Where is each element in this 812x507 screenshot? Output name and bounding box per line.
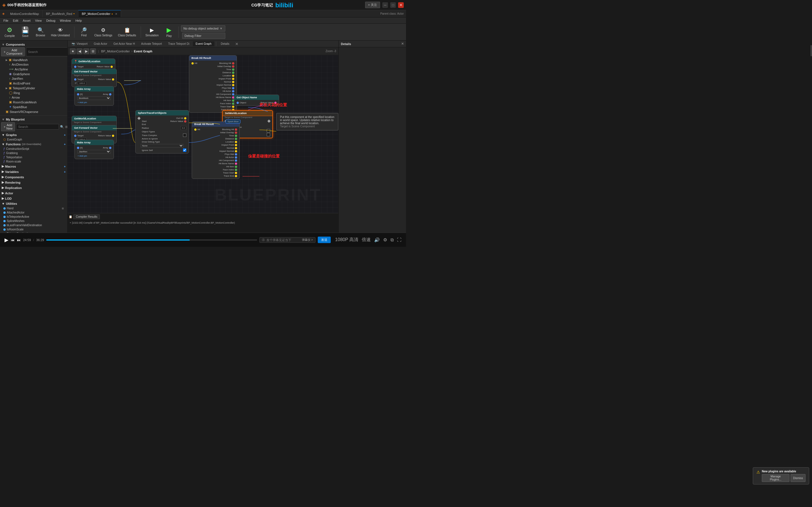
fullscreen-icon[interactable]: ⛶ <box>397 237 402 242</box>
node-breakresult-bottom[interactable]: Break Hit Result Hit Blocking Hit Initia… <box>192 121 240 179</box>
bp-item-eventgraph[interactable]: ⬡ EventGraph <box>1 137 66 142</box>
forward-button[interactable]: ▶ <box>84 48 89 54</box>
tab-motioncontrollermap[interactable]: MotionControllerMap <box>7 10 43 17</box>
pin-physmat[interactable] <box>232 87 234 89</box>
maximize-button[interactable]: □ <box>390 2 396 8</box>
compile-button[interactable]: ⚙ Compile <box>2 25 17 40</box>
send-button[interactable]: 发送 <box>318 237 331 243</box>
blueprint-canvas[interactable]: BLUEPRINT <box>68 55 338 213</box>
tab-motioncontroller[interactable]: BP_MotionController ● ✕ <box>79 10 121 17</box>
pin-outhit[interactable] <box>184 117 186 119</box>
tab-boxmesh[interactable]: BP_BoxMesh_Red ● <box>43 10 79 17</box>
tab-grab-actor[interactable]: Grab Actor <box>91 41 110 46</box>
category-graphs[interactable]: ▼ Graphs + <box>1 132 66 137</box>
tab-trace-teleport[interactable]: Trace Teleport Di <box>165 41 192 46</box>
tabs-close-icon[interactable]: ✕ <box>235 42 239 46</box>
breadcrumb-root[interactable]: BP_MotionController <box>101 50 130 53</box>
add-macro-icon[interactable]: + <box>64 165 66 168</box>
category-variables[interactable]: ▶ Variables + <box>1 169 66 174</box>
pin-impactnormal[interactable] <box>235 150 237 152</box>
category-functions[interactable]: ▼ Functions (19 Overridable) + <box>1 142 66 147</box>
pin-exec-out[interactable] <box>267 119 270 122</box>
menu-view[interactable]: View <box>33 18 44 23</box>
pin-hitactor[interactable] <box>232 90 234 93</box>
add-new-button[interactable]: + Add New <box>1 122 15 131</box>
close-button[interactable]: ✕ <box>398 2 404 8</box>
debug-type-select[interactable]: None <box>141 144 184 148</box>
add-function-icon[interactable]: + <box>64 143 66 146</box>
node-makearray-top[interactable]: Make Array [0] Array BoxMesh + Add pin <box>74 86 114 106</box>
pin-time[interactable] <box>235 135 237 137</box>
mybp-search-input[interactable] <box>16 124 59 129</box>
pin-hitcomp[interactable] <box>235 159 237 162</box>
simulation-button[interactable]: ▶ Simulation <box>143 25 161 40</box>
find-button[interactable]: 🔎 Find <box>77 25 91 40</box>
ignore-self-check[interactable] <box>183 149 186 152</box>
debug-filter-button[interactable]: Debug Filter <box>182 33 225 39</box>
pin-return[interactable] <box>110 66 113 68</box>
pin-hit[interactable] <box>194 128 197 131</box>
tree-item-ring[interactable]: ◯ Ring <box>1 91 66 95</box>
node-getforwardvector-top[interactable]: Get Forward Vector Target is Scene Compo… <box>71 69 117 87</box>
pin-tracestart[interactable] <box>232 106 234 108</box>
tree-item-handmesh[interactable]: ▶ ▣ HandMesh <box>1 57 66 62</box>
bp-item-attachedactor[interactable]: AttachedActor <box>1 210 66 215</box>
node-spheretrace[interactable]: SphereTraceForObjects Out Hit Start Retu… <box>135 110 189 154</box>
bp-item-hand[interactable]: Hand ⊞ <box>1 206 66 210</box>
tab-details[interactable]: Details <box>218 41 232 46</box>
play-button[interactable]: ▶ Play <box>162 25 176 40</box>
bookmark-button[interactable]: ★ <box>70 48 75 54</box>
bp-item-teleportdestination[interactable]: TeleportDestination <box>1 231 66 233</box>
compiler-results-tab[interactable]: Compiler Results <box>73 214 100 219</box>
menu-help[interactable]: Help <box>73 18 84 23</box>
skip-back-button[interactable]: ⏮ <box>11 238 15 242</box>
settings-icon[interactable]: ⚙ <box>383 237 387 242</box>
teleport-check[interactable] <box>267 133 270 136</box>
pin-return[interactable] <box>112 78 114 80</box>
menu-asset[interactable]: Asset <box>20 18 33 23</box>
pin-hitactor[interactable] <box>235 156 237 159</box>
hide-unrelated-button[interactable]: 👁 Hide Unrelated <box>49 25 72 40</box>
pin-array[interactable] <box>109 147 111 149</box>
resolution-label[interactable]: 1080P 高清 <box>335 237 358 243</box>
sweep-check[interactable] <box>267 129 270 132</box>
bp-item-teleportation[interactable]: ƒ Teleportation <box>1 155 66 159</box>
pin-dist[interactable] <box>235 138 237 140</box>
category-rendering[interactable]: ▶ Rendering <box>1 180 66 185</box>
add-pin-btn2[interactable]: + Add pin <box>76 154 112 158</box>
pin-target[interactable] <box>74 66 77 68</box>
bp-item-constructionscript[interactable]: ƒ ConstructionScript <box>1 147 66 151</box>
pin-return[interactable] <box>184 120 186 122</box>
pin-hitcomp[interactable] <box>232 93 234 96</box>
class-settings-button[interactable]: ⚙ Class Settings <box>92 25 114 40</box>
add-pin-btn[interactable]: + Add pin <box>76 101 112 104</box>
pin-item[interactable] <box>77 93 79 96</box>
class-defaults-button[interactable]: 📋 Class Defaults <box>116 25 138 40</box>
browse-button[interactable]: 🔍 Browse <box>34 25 48 40</box>
pin-target[interactable] <box>74 78 77 80</box>
tab-get-actor-near[interactable]: Get Actor Near H <box>110 41 138 46</box>
pin-impact[interactable] <box>235 144 237 146</box>
spark-blue-node[interactable]: Spark Blue <box>225 119 241 124</box>
pip-icon[interactable]: ⧉ <box>391 237 394 242</box>
pin-hitbone[interactable] <box>235 163 237 165</box>
bp-item-splinemeshes[interactable]: SplineMeshes <box>1 219 66 223</box>
menu-debug[interactable]: Debug <box>44 18 57 23</box>
category-actor[interactable]: ▶ Actor <box>1 190 66 196</box>
pin-faceindex[interactable] <box>235 169 237 171</box>
tab-activate-teleport[interactable]: Activate Teleport <box>138 41 165 46</box>
follow-button[interactable]: + 关注 <box>365 2 380 8</box>
add-variable-icon[interactable]: + <box>64 170 66 173</box>
category-lod[interactable]: ▶ LOD <box>1 196 66 201</box>
tree-item-roomscalemesh[interactable]: ▣ RoomScaleMesh <box>1 100 66 105</box>
pin-array[interactable] <box>109 93 111 96</box>
value-input[interactable]: 100.0 <box>78 81 86 85</box>
breadcrumb-child[interactable]: Event Graph <box>134 50 152 53</box>
menu-edit[interactable]: Edit <box>11 18 20 23</box>
volume-icon[interactable]: 🔊 <box>374 237 380 242</box>
pin-tracestart[interactable] <box>235 172 237 174</box>
bp-item-blastframevalid[interactable]: bLastFrameValidDestination <box>1 223 66 227</box>
close-tab-icon[interactable]: ✕ <box>115 12 117 15</box>
tree-item-arcspline[interactable]: ⟿ ArcSpline <box>1 67 66 71</box>
category-utilities[interactable]: ▼ Utilities <box>1 201 66 206</box>
